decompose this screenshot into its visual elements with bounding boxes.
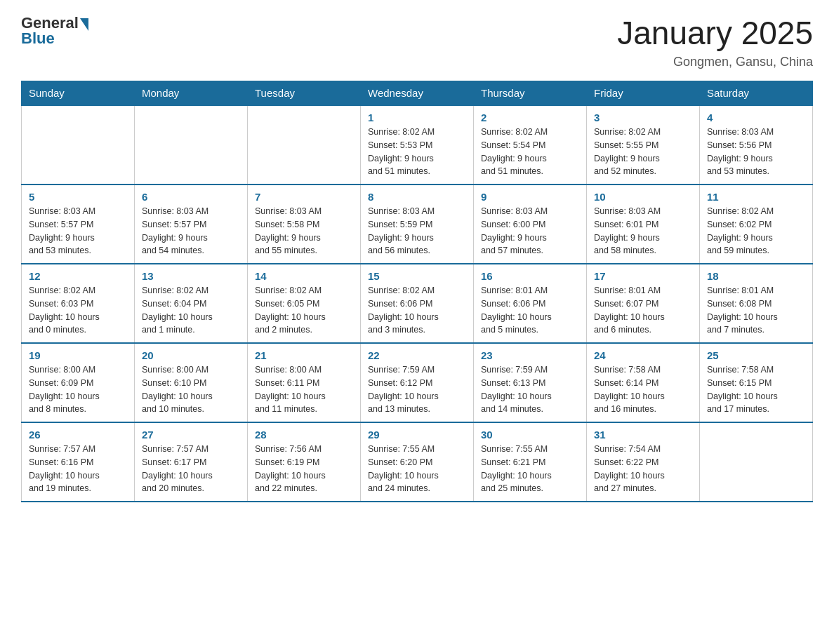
calendar-cell: 10Sunrise: 8:03 AM Sunset: 6:01 PM Dayli… <box>587 185 700 264</box>
day-number: 22 <box>368 349 466 361</box>
day-info: Sunrise: 7:56 AM Sunset: 6:19 PM Dayligh… <box>255 443 353 495</box>
day-number: 13 <box>142 270 240 282</box>
day-info: Sunrise: 8:02 AM Sunset: 6:03 PM Dayligh… <box>29 284 127 337</box>
calendar-week-row: 5Sunrise: 8:03 AM Sunset: 5:57 PM Daylig… <box>22 185 813 264</box>
calendar-header-thursday: Thursday <box>474 81 587 106</box>
day-number: 23 <box>481 349 579 361</box>
calendar-cell: 28Sunrise: 7:56 AM Sunset: 6:19 PM Dayli… <box>248 422 361 502</box>
calendar-cell: 14Sunrise: 8:02 AM Sunset: 6:05 PM Dayli… <box>248 264 361 343</box>
day-number: 18 <box>707 270 805 282</box>
day-number: 17 <box>594 270 692 282</box>
calendar-cell: 3Sunrise: 8:02 AM Sunset: 5:55 PM Daylig… <box>587 105 700 185</box>
logo-triangle-icon <box>80 18 88 31</box>
day-number: 7 <box>255 191 353 203</box>
day-info: Sunrise: 8:02 AM Sunset: 6:06 PM Dayligh… <box>368 284 466 337</box>
calendar-header-wednesday: Wednesday <box>361 81 474 106</box>
day-info: Sunrise: 7:57 AM Sunset: 6:16 PM Dayligh… <box>29 443 127 495</box>
day-number: 11 <box>707 191 805 203</box>
day-number: 12 <box>29 270 127 282</box>
day-info: Sunrise: 8:00 AM Sunset: 6:10 PM Dayligh… <box>142 363 240 416</box>
title-section: January 2025 Gongmen, Gansu, China <box>617 14 813 69</box>
day-number: 25 <box>707 349 805 361</box>
calendar-cell: 30Sunrise: 7:55 AM Sunset: 6:21 PM Dayli… <box>474 422 587 502</box>
day-info: Sunrise: 8:01 AM Sunset: 6:07 PM Dayligh… <box>594 284 692 337</box>
calendar-week-row: 26Sunrise: 7:57 AM Sunset: 6:16 PM Dayli… <box>22 422 813 502</box>
day-number: 4 <box>707 112 805 123</box>
day-info: Sunrise: 8:03 AM Sunset: 5:57 PM Dayligh… <box>142 205 240 257</box>
calendar-cell: 18Sunrise: 8:01 AM Sunset: 6:08 PM Dayli… <box>700 264 813 343</box>
day-info: Sunrise: 8:00 AM Sunset: 6:11 PM Dayligh… <box>255 363 353 416</box>
calendar-cell: 9Sunrise: 8:03 AM Sunset: 6:00 PM Daylig… <box>474 185 587 264</box>
calendar-cell <box>700 422 813 502</box>
day-number: 27 <box>142 429 240 441</box>
calendar-week-row: 12Sunrise: 8:02 AM Sunset: 6:03 PM Dayli… <box>22 264 813 343</box>
day-info: Sunrise: 8:03 AM Sunset: 6:00 PM Dayligh… <box>481 205 579 257</box>
day-number: 31 <box>594 429 692 441</box>
calendar-cell: 25Sunrise: 7:58 AM Sunset: 6:15 PM Dayli… <box>700 343 813 422</box>
day-info: Sunrise: 8:03 AM Sunset: 6:01 PM Dayligh… <box>594 205 692 257</box>
calendar-header-monday: Monday <box>135 81 248 106</box>
calendar-week-row: 1Sunrise: 8:02 AM Sunset: 5:53 PM Daylig… <box>22 105 813 185</box>
calendar-header-friday: Friday <box>587 81 700 106</box>
day-number: 5 <box>29 191 127 203</box>
day-info: Sunrise: 7:58 AM Sunset: 6:14 PM Dayligh… <box>594 363 692 416</box>
calendar-cell: 17Sunrise: 8:01 AM Sunset: 6:07 PM Dayli… <box>587 264 700 343</box>
calendar-cell: 20Sunrise: 8:00 AM Sunset: 6:10 PM Dayli… <box>135 343 248 422</box>
calendar-cell <box>248 105 361 185</box>
day-info: Sunrise: 8:02 AM Sunset: 5:55 PM Dayligh… <box>594 126 692 178</box>
calendar-header-row: SundayMondayTuesdayWednesdayThursdayFrid… <box>22 81 813 106</box>
logo: General Blue <box>21 14 88 48</box>
day-number: 6 <box>142 191 240 203</box>
day-info: Sunrise: 7:57 AM Sunset: 6:17 PM Dayligh… <box>142 443 240 495</box>
day-info: Sunrise: 8:02 AM Sunset: 6:05 PM Dayligh… <box>255 284 353 337</box>
location-label: Gongmen, Gansu, China <box>617 55 813 69</box>
day-number: 9 <box>481 191 579 203</box>
calendar-header-tuesday: Tuesday <box>248 81 361 106</box>
calendar-cell: 15Sunrise: 8:02 AM Sunset: 6:06 PM Dayli… <box>361 264 474 343</box>
calendar-cell: 7Sunrise: 8:03 AM Sunset: 5:58 PM Daylig… <box>248 185 361 264</box>
day-info: Sunrise: 7:59 AM Sunset: 6:12 PM Dayligh… <box>368 363 466 416</box>
calendar-cell: 13Sunrise: 8:02 AM Sunset: 6:04 PM Dayli… <box>135 264 248 343</box>
day-info: Sunrise: 8:01 AM Sunset: 6:06 PM Dayligh… <box>481 284 579 337</box>
calendar-cell: 4Sunrise: 8:03 AM Sunset: 5:56 PM Daylig… <box>700 105 813 185</box>
day-number: 15 <box>368 270 466 282</box>
day-info: Sunrise: 7:59 AM Sunset: 6:13 PM Dayligh… <box>481 363 579 416</box>
day-info: Sunrise: 8:01 AM Sunset: 6:08 PM Dayligh… <box>707 284 805 337</box>
calendar-cell: 1Sunrise: 8:02 AM Sunset: 5:53 PM Daylig… <box>361 105 474 185</box>
logo-blue-text: Blue <box>21 29 55 48</box>
calendar-cell: 16Sunrise: 8:01 AM Sunset: 6:06 PM Dayli… <box>474 264 587 343</box>
day-number: 26 <box>29 429 127 441</box>
day-info: Sunrise: 7:55 AM Sunset: 6:21 PM Dayligh… <box>481 443 579 495</box>
day-info: Sunrise: 8:03 AM Sunset: 5:57 PM Dayligh… <box>29 205 127 257</box>
day-number: 29 <box>368 429 466 441</box>
page-header: General Blue January 2025 Gongmen, Gansu… <box>21 14 813 69</box>
day-info: Sunrise: 8:02 AM Sunset: 5:54 PM Dayligh… <box>481 126 579 178</box>
calendar-cell: 22Sunrise: 7:59 AM Sunset: 6:12 PM Dayli… <box>361 343 474 422</box>
calendar-week-row: 19Sunrise: 8:00 AM Sunset: 6:09 PM Dayli… <box>22 343 813 422</box>
day-number: 8 <box>368 191 466 203</box>
month-title: January 2025 <box>617 14 813 52</box>
calendar-cell: 19Sunrise: 8:00 AM Sunset: 6:09 PM Dayli… <box>22 343 135 422</box>
calendar-cell: 23Sunrise: 7:59 AM Sunset: 6:13 PM Dayli… <box>474 343 587 422</box>
day-number: 14 <box>255 270 353 282</box>
day-number: 3 <box>594 112 692 123</box>
calendar-header-saturday: Saturday <box>700 81 813 106</box>
day-number: 19 <box>29 349 127 361</box>
day-info: Sunrise: 7:58 AM Sunset: 6:15 PM Dayligh… <box>707 363 805 416</box>
day-info: Sunrise: 8:02 AM Sunset: 6:02 PM Dayligh… <box>707 205 805 257</box>
day-number: 28 <box>255 429 353 441</box>
calendar-table: SundayMondayTuesdayWednesdayThursdayFrid… <box>21 81 813 502</box>
day-info: Sunrise: 8:03 AM Sunset: 5:56 PM Dayligh… <box>707 126 805 178</box>
calendar-cell <box>135 105 248 185</box>
calendar-cell: 29Sunrise: 7:55 AM Sunset: 6:20 PM Dayli… <box>361 422 474 502</box>
day-number: 30 <box>481 429 579 441</box>
day-number: 1 <box>368 112 466 123</box>
day-number: 24 <box>594 349 692 361</box>
day-info: Sunrise: 7:55 AM Sunset: 6:20 PM Dayligh… <box>368 443 466 495</box>
calendar-cell: 5Sunrise: 8:03 AM Sunset: 5:57 PM Daylig… <box>22 185 135 264</box>
calendar-cell: 21Sunrise: 8:00 AM Sunset: 6:11 PM Dayli… <box>248 343 361 422</box>
calendar-cell: 26Sunrise: 7:57 AM Sunset: 6:16 PM Dayli… <box>22 422 135 502</box>
calendar-cell: 8Sunrise: 8:03 AM Sunset: 5:59 PM Daylig… <box>361 185 474 264</box>
day-info: Sunrise: 8:00 AM Sunset: 6:09 PM Dayligh… <box>29 363 127 416</box>
calendar-cell <box>22 105 135 185</box>
